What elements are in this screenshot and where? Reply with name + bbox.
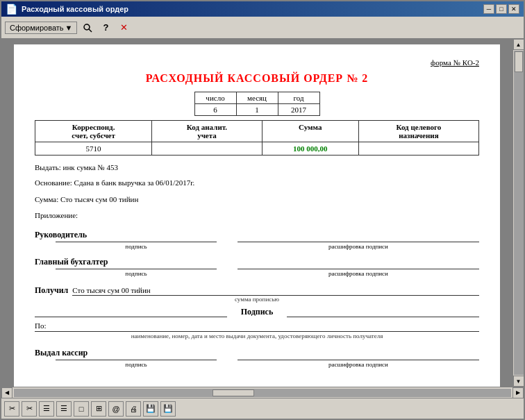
- cell-kod-cel: [358, 142, 478, 156]
- minimize-button[interactable]: ─: [483, 4, 494, 14]
- scroll-down-button[interactable]: ▼: [513, 376, 524, 387]
- date-table: число месяц год 6 1 2017: [194, 92, 320, 116]
- scroll-track[interactable]: [514, 51, 524, 375]
- rasshifrovka2-label: расшифровка подписи: [328, 270, 388, 277]
- cut-button[interactable]: ✂: [4, 401, 19, 417]
- grid-icon: ⊞: [96, 404, 102, 413]
- copy-button[interactable]: ✂: [22, 401, 37, 417]
- scroll-up-button[interactable]: ▲: [513, 39, 524, 50]
- print-icon: 🖨: [130, 405, 138, 413]
- col-kod-analit: Код аналит.учета: [152, 121, 262, 142]
- osnov-line: Основание: Сдана в банк выручка за 06/01…: [35, 176, 479, 190]
- search-icon: [83, 23, 92, 33]
- date-header-god: год: [278, 92, 319, 104]
- poluchil-value: Сто тысяч сум 00 тийин: [72, 286, 479, 296]
- title-bar-left: 📄 Расходный кассовый ордер: [6, 3, 128, 15]
- list-button[interactable]: ☰: [39, 401, 54, 417]
- podpis-left-line: [35, 317, 227, 317]
- rukovoditel-section: Руководитель подпись расшифровка подписи: [35, 230, 479, 250]
- main-table: Корреспонд.счет, субсчет Код аналит.учет…: [35, 120, 479, 156]
- scroll-right-button[interactable]: ▶: [512, 387, 524, 398]
- date-header-chislo: число: [194, 92, 236, 104]
- podpis3-area: подпись: [56, 360, 217, 368]
- form-number: форма № КО-2: [35, 58, 479, 67]
- col-kod-celevogo: Код целевогоназначения: [358, 121, 478, 142]
- podpis-row: Подпись: [35, 307, 479, 317]
- save-button[interactable]: 💾: [143, 401, 158, 417]
- rasshifrovka1-area: расшифровка подписи: [238, 242, 479, 250]
- bottom-scrollbar[interactable]: ◀ ▶: [1, 387, 524, 398]
- form-button[interactable]: Сформировать ▼: [5, 22, 77, 34]
- document-page: форма № КО-2 РАСХОДНЫЙ КАССОВЫЙ ОРДЕР № …: [14, 44, 500, 387]
- window-icon: □: [79, 405, 84, 413]
- bottom-toolbar: ✂ ✂ ☰ ☰ □ ⊞ @ 🖨 💾 💾: [1, 398, 524, 419]
- right-scrollbar[interactable]: ▲ ▼: [512, 39, 524, 387]
- rasshifrovka3-label: расшифровка подписи: [328, 361, 388, 368]
- signature-section: Руководитель подпись расшифровка подписи: [35, 230, 479, 368]
- vydach-line: Выдать: инк сумка № 453: [35, 161, 479, 175]
- scroll-thumb-h[interactable]: [212, 389, 254, 396]
- rukovoditel-label: Руководитель: [35, 230, 479, 240]
- po-label: По:: [35, 321, 479, 330]
- list-icon: ☰: [43, 404, 50, 413]
- cut-icon: ✂: [9, 404, 15, 413]
- form-button-label: Сформировать: [10, 24, 64, 32]
- menu-button[interactable]: ☰: [56, 401, 72, 417]
- poluchil-section: Получил Сто тысяч сум 00 тийин сумма про…: [35, 285, 479, 317]
- col-korrespondent: Корреспонд.счет, субсчет: [35, 121, 152, 142]
- date-header-mesyac: месяц: [236, 92, 278, 104]
- podpis-right-line: [287, 317, 479, 317]
- window-button[interactable]: □: [74, 401, 89, 417]
- scroll-thumb[interactable]: [515, 51, 523, 72]
- cell-kod-analit: [152, 142, 262, 156]
- podpis2-label: подпись: [125, 270, 147, 277]
- mail-button[interactable]: @: [108, 401, 124, 417]
- glavbuh-sig-row: подпись расшифровка подписи: [35, 269, 479, 277]
- summa-propis-label: сумма прописью: [35, 296, 479, 303]
- window-title: Расходный кассовый ордер: [22, 5, 128, 13]
- info-section: Выдать: инк сумка № 453 Основание: Сдана…: [35, 161, 479, 223]
- document-scroll[interactable]: форма № КО-2 РАСХОДНЫЙ КАССОВЫЙ ОРДЕР № …: [1, 39, 512, 387]
- rasshifrovka3-area: расшифровка подписи: [238, 360, 479, 368]
- po-section: По: наименование, номер, дата и место вы…: [35, 321, 479, 339]
- rasshifrovka2-area: расшифровка подписи: [238, 269, 479, 277]
- toolbar: Сформировать ▼ ? ✕: [1, 17, 524, 39]
- grid-button[interactable]: ⊞: [91, 401, 106, 417]
- title-bar-controls: ─ □ ✕: [483, 4, 519, 14]
- help-button[interactable]: ?: [98, 20, 113, 35]
- maximize-button[interactable]: □: [496, 4, 507, 14]
- col-summa: Сумма: [262, 121, 358, 142]
- rukovoditel-sig-row: подпись расшифровка подписи: [35, 242, 479, 250]
- search-button[interactable]: [80, 20, 95, 35]
- help-icon: ?: [103, 22, 108, 33]
- glavbuh-section: Главный бухгалтер подпись расшифровка по…: [35, 257, 479, 277]
- save2-button[interactable]: 💾: [160, 401, 176, 417]
- vydal-section: Выдал кассир подпись расшифровка подписи: [35, 348, 479, 368]
- podpis-center-label: Подпись: [241, 307, 274, 317]
- close-button[interactable]: ✕: [508, 4, 519, 14]
- cell-schet: 5710: [35, 142, 152, 156]
- copy-icon: ✂: [26, 404, 33, 413]
- save2-icon: 💾: [163, 404, 173, 413]
- podpis2-area: подпись: [56, 269, 217, 277]
- date-value-day: 6: [194, 104, 236, 116]
- po-line: [35, 331, 479, 332]
- podpis3-label: подпись: [125, 361, 147, 368]
- vydal-sig-row: подпись расшифровка подписи: [35, 360, 479, 368]
- poluchil-label: Получил: [35, 285, 68, 296]
- glavbuh-label: Главный бухгалтер: [35, 257, 479, 267]
- close-doc-icon: ✕: [120, 22, 128, 33]
- podpis1-area: подпись: [56, 242, 217, 250]
- print-button[interactable]: 🖨: [126, 401, 141, 417]
- mail-icon: @: [112, 405, 119, 413]
- date-value-year: 2017: [278, 104, 319, 116]
- svg-line-1: [89, 29, 92, 32]
- dropdown-arrow-icon: ▼: [65, 24, 73, 32]
- scroll-left-button[interactable]: ◀: [1, 387, 12, 398]
- main-area: форма № КО-2 РАСХОДНЫЙ КАССОВЫЙ ОРДЕР № …: [1, 39, 524, 387]
- save-icon: 💾: [146, 404, 156, 413]
- close-doc-button[interactable]: ✕: [116, 20, 131, 35]
- title-bar: 📄 Расходный кассовый ордер ─ □ ✕: [1, 1, 524, 17]
- scroll-track-h[interactable]: [14, 389, 511, 397]
- podpis1-label: подпись: [125, 243, 147, 250]
